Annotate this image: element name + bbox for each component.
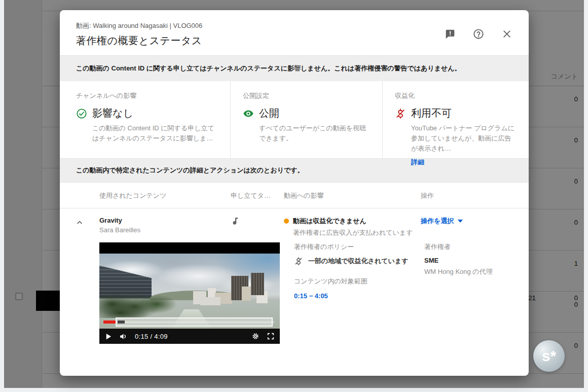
- column-header-claim-type: 申し立てタ…: [231, 191, 284, 200]
- watermark-text: s*: [542, 347, 556, 365]
- card-description: この動画の Content ID に関する申し立てはチャンネルのステータスに影響…: [92, 123, 218, 144]
- check-circle-icon: [76, 108, 87, 119]
- monetization-card: 収益化 利用不可 YouTube パートナー プログラムに参加していませんが、動…: [383, 81, 529, 158]
- claimed-song-artist: Sara Bareilles: [99, 226, 231, 234]
- eye-icon: [243, 108, 254, 119]
- dialog-header: 動画: Walking around Nagasaki | VLOG006 著作…: [60, 10, 529, 55]
- feedback-icon[interactable]: [442, 25, 459, 43]
- chevron-down-icon: [458, 220, 463, 223]
- played-progress: [103, 320, 116, 324]
- chevron-up-icon: [76, 219, 84, 227]
- collapse-row-button[interactable]: [74, 217, 86, 229]
- claim-details: 0:15 / 4:09 著作権者のポリシー 一部の地域で収益化されています コン: [60, 237, 529, 344]
- watermark-badge: s*: [533, 340, 565, 372]
- copyright-dialog: 動画: Walking around Nagasaki | VLOG006 著作…: [60, 10, 529, 376]
- help-icon[interactable]: [470, 25, 487, 43]
- card-description: すべてのユーザーがこの動画を視聴できます。: [259, 123, 370, 144]
- owner-name: SME: [424, 257, 493, 264]
- card-description: YouTube パートナー プログラムに参加していませんが、動画に広告が表示され…: [411, 123, 517, 154]
- policy-column: 著作権者のポリシー 一部の地域で収益化されています コンテンツ内の対象範囲 0:…: [294, 242, 418, 344]
- claimed-range-link[interactable]: 0:15 − 4:05: [294, 292, 328, 300]
- card-value: 公開: [259, 106, 279, 120]
- owner-agent: WM Hong Kong の代理: [424, 267, 493, 276]
- channel-impact-card: チャンネルへの影響 影響なし この動画の Content ID に関する申し立て…: [60, 81, 231, 158]
- impact-title: 動画は収益化できません: [293, 217, 366, 226]
- monetization-off-icon: [395, 108, 406, 119]
- time-display: 0:15 / 4:09: [135, 333, 168, 340]
- progress-bar[interactable]: [99, 317, 280, 327]
- claimed-song-title: Gravity: [99, 217, 231, 224]
- card-label: 収益化: [395, 91, 517, 100]
- warning-dot-icon: [284, 219, 289, 224]
- status-summary: チャンネルへの影響 影響なし この動画の Content ID に関する申し立て…: [60, 81, 529, 158]
- card-value: 影響なし: [92, 106, 133, 120]
- range-label: コンテンツ内の対象範囲: [294, 277, 418, 286]
- select-action-label: 操作を選択: [421, 217, 454, 226]
- card-label: チャンネルへの影響: [76, 91, 218, 100]
- fullscreen-button[interactable]: [267, 332, 275, 340]
- card-value: 利用不可: [411, 106, 452, 120]
- details-link[interactable]: 詳細: [411, 158, 424, 167]
- policy-label: 著作権者のポリシー: [294, 242, 418, 252]
- letterbox: [99, 242, 280, 254]
- policy-value: 一部の地域で収益化されています: [308, 257, 408, 266]
- monetization-off-icon: [294, 257, 303, 266]
- owner-column: 著作権者 SME WM Hong Kong の代理: [424, 242, 493, 344]
- column-header-action: 操作: [421, 191, 529, 200]
- volume-button[interactable]: [119, 332, 128, 341]
- video-player[interactable]: 0:15 / 4:09: [99, 242, 280, 344]
- visibility-card: 公開設定 公開 すべてのユーザーがこの動画を視聴できます。: [231, 81, 383, 158]
- claim-row: Gravity Sara Bareilles 動画は収益化できません 著作権者に…: [60, 208, 529, 237]
- card-label: 公開設定: [243, 91, 370, 100]
- column-header-content: 使用されたコンテンツ: [99, 191, 231, 200]
- player-controls: 0:15 / 4:09: [99, 329, 280, 344]
- settings-icon[interactable]: [251, 332, 260, 340]
- claimed-segment-highlight[interactable]: [116, 317, 273, 327]
- claims-table-header: 使用されたコンテンツ 申し立てタ… 動画への影響 操作: [60, 183, 529, 208]
- select-action-dropdown[interactable]: 操作を選択: [421, 217, 529, 226]
- owner-label: 著作権者: [424, 242, 493, 252]
- content-id-notice: この動画の Content ID に関する申し立てはチャンネルのステータスに影響…: [60, 55, 529, 81]
- impact-subtitle: 著作権者に広告収入が支払われています: [293, 228, 421, 237]
- screen: コメント 0000100 IN TOKYO WITH IPHONE XS MAX…: [0, 0, 588, 392]
- video-frame: [99, 254, 280, 329]
- music-note-icon: [231, 217, 240, 226]
- close-icon[interactable]: [498, 25, 516, 43]
- column-header-impact: 動画への影響: [284, 191, 421, 200]
- play-button[interactable]: [104, 333, 112, 340]
